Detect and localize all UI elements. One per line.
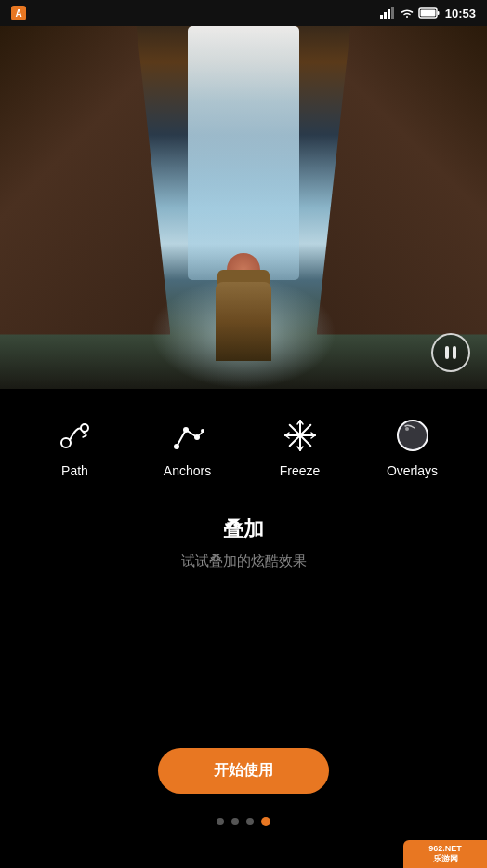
tool-freeze[interactable]: Freeze xyxy=(268,415,333,478)
watermark: 962.NET 乐游网 xyxy=(403,840,487,868)
content-title: 叠加 xyxy=(37,515,450,543)
app-icon-letter: A xyxy=(15,8,21,19)
pause-icon xyxy=(445,346,456,359)
dot-1 xyxy=(217,818,224,825)
svg-rect-6 xyxy=(420,10,435,17)
dot-2 xyxy=(231,818,239,825)
anchors-icon xyxy=(167,415,208,456)
watermark-line1: 962.NET xyxy=(428,844,462,854)
person-body xyxy=(216,282,271,361)
person-silhouette xyxy=(202,249,285,361)
status-bar: A 10:53 xyxy=(0,0,487,26)
svg-rect-2 xyxy=(388,9,390,19)
waterfall xyxy=(188,26,299,280)
pause-button[interactable] xyxy=(431,333,470,372)
svg-rect-0 xyxy=(380,15,383,19)
app-icon: A xyxy=(11,6,26,20)
dot-3 xyxy=(246,818,254,825)
anchors-label: Anchors xyxy=(164,463,211,478)
time-display: 10:53 xyxy=(445,7,476,20)
tool-path[interactable]: Path xyxy=(43,415,108,478)
svg-line-9 xyxy=(177,430,186,447)
svg-line-14 xyxy=(197,432,203,437)
wifi-icon xyxy=(401,7,414,19)
content-area: 叠加 试试叠加的炫酷效果 xyxy=(0,497,487,589)
svg-point-12 xyxy=(183,427,189,433)
rocky-right xyxy=(317,26,487,335)
tool-overlays[interactable]: Overlays xyxy=(380,415,445,478)
svg-point-8 xyxy=(81,424,88,432)
path-icon xyxy=(55,415,96,456)
signal-icon xyxy=(380,7,395,19)
freeze-label: Freeze xyxy=(280,463,321,478)
bottom-area: Path Anchors xyxy=(0,389,487,868)
tool-anchors[interactable]: Anchors xyxy=(155,415,220,478)
dot-4-active xyxy=(261,817,270,826)
video-background xyxy=(0,26,487,389)
overlays-label: Overlays xyxy=(387,463,438,478)
video-area xyxy=(0,26,487,389)
svg-point-29 xyxy=(398,421,428,450)
tools-row: Path Anchors xyxy=(0,389,487,497)
status-bar-right: 10:53 xyxy=(380,7,476,20)
freeze-icon xyxy=(280,415,321,456)
overlays-icon xyxy=(392,415,433,456)
content-subtitle: 试试叠加的炫酷效果 xyxy=(37,553,450,570)
rocky-left xyxy=(0,26,170,335)
svg-rect-5 xyxy=(437,11,439,15)
svg-point-30 xyxy=(405,427,409,431)
watermark-line2: 乐游网 xyxy=(428,854,462,864)
svg-rect-1 xyxy=(384,12,387,19)
status-bar-left: A xyxy=(11,6,26,20)
cta-button[interactable]: 开始使用 xyxy=(158,748,329,794)
svg-point-15 xyxy=(201,429,204,433)
svg-point-11 xyxy=(174,444,179,449)
page-indicators xyxy=(217,817,270,826)
battery-icon xyxy=(419,7,440,19)
path-label: Path xyxy=(61,463,88,478)
svg-rect-3 xyxy=(391,7,394,19)
